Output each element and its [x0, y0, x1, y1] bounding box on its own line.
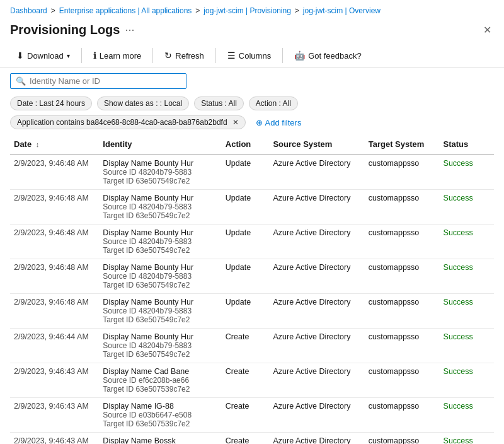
action-filter-chip[interactable]: Action : All [249, 96, 298, 110]
cell-date: 2/9/2023, 9:46:43 AM [10, 363, 99, 398]
table-row[interactable]: 2/9/2023, 9:46:43 AM Display Name IG-88 … [10, 398, 494, 433]
refresh-icon: ↻ [164, 50, 172, 61]
cell-date: 2/9/2023, 9:46:44 AM [10, 329, 99, 363]
cell-date: 2/9/2023, 9:46:43 AM [10, 398, 99, 433]
search-icon: 🔍 [16, 76, 26, 86]
sort-icon: ↕ [36, 141, 40, 148]
cell-date: 2/9/2023, 9:46:48 AM [10, 259, 99, 294]
cell-source-system: Azure Active Directory [269, 155, 364, 190]
cell-identity: Display Name Bounty Hur Source ID 48204b… [99, 329, 221, 363]
breadcrumb-enterprise-apps[interactable]: Enterprise applications | All applicatio… [59, 6, 192, 15]
table-wrap: Date ↕ Identity Action Source System Tar… [0, 134, 504, 444]
cell-status: Success [440, 398, 494, 433]
refresh-button[interactable]: ↻ Refresh [158, 47, 210, 64]
cell-target-system: customappsso [365, 433, 440, 445]
toolbar-separator-2 [152, 48, 153, 63]
table-row[interactable]: 2/9/2023, 9:46:48 AM Display Name Bounty… [10, 294, 494, 329]
cell-date: 2/9/2023, 9:46:48 AM [10, 190, 99, 225]
cell-identity: Display Name Bossk Source ID 7b83b7af-66… [99, 433, 221, 445]
search-input[interactable] [30, 76, 181, 86]
identity-source: Source ID 48204b79-5883 [103, 202, 217, 211]
cell-date: 2/9/2023, 9:46:48 AM [10, 155, 99, 190]
table-row[interactable]: 2/9/2023, 9:46:48 AM Display Name Bounty… [10, 155, 494, 190]
breadcrumb-dashboard[interactable]: Dashboard [10, 6, 47, 15]
show-dates-filter-chip[interactable]: Show dates as : : Local [97, 96, 189, 110]
table-header-row: Date ↕ Identity Action Source System Tar… [10, 134, 494, 155]
cell-target-system: customappsso [365, 294, 440, 329]
breadcrumb: Dashboard > Enterprise applications | Al… [0, 0, 504, 19]
learn-more-label: Learn more [100, 51, 141, 61]
identity-target: Target ID 63e507549c7e2 [103, 211, 217, 220]
breadcrumb-sep-3: > [295, 6, 299, 15]
cell-action: Create [222, 363, 270, 398]
app-filter-chip[interactable]: Application contains ba84ce68-8c88-4ca0-… [10, 115, 246, 129]
identity-display: Display Name Bounty Hur [103, 194, 217, 202]
cell-action: Update [222, 155, 270, 190]
table-row[interactable]: 2/9/2023, 9:46:48 AM Display Name Bounty… [10, 259, 494, 294]
feedback-button[interactable]: 🤖 Got feedback? [288, 47, 368, 64]
action-filter-label: Action : All [256, 99, 291, 108]
cell-identity: Display Name Bounty Hur Source ID 48204b… [99, 294, 221, 329]
identity-target: Target ID 63e507549c7e2 [103, 315, 217, 324]
cell-action: Create [222, 398, 270, 433]
filters-row-1: Date : Last 24 hours Show dates as : : L… [0, 94, 504, 115]
search-bar: 🔍 [0, 68, 504, 94]
show-dates-filter-label: Show dates as : : Local [104, 99, 182, 108]
table-row[interactable]: 2/9/2023, 9:46:48 AM Display Name Bounty… [10, 225, 494, 259]
learn-more-button[interactable]: ℹ Learn more [87, 47, 147, 64]
cell-date: 2/9/2023, 9:46:43 AM [10, 433, 99, 445]
columns-button[interactable]: ☰ Columns [221, 47, 277, 64]
cell-status: Success [440, 294, 494, 329]
add-filter-icon: ⊕ [256, 118, 263, 127]
identity-display: Display Name Bossk [103, 436, 217, 444]
breadcrumb-overview[interactable]: jog-jwt-scim | Overview [303, 6, 381, 15]
breadcrumb-sep-2: > [195, 6, 200, 15]
identity-display: Display Name Bounty Hur [103, 298, 217, 307]
close-button[interactable]: ✕ [481, 21, 494, 38]
identity-source: Source ID 48204b79-5883 [103, 168, 217, 177]
identity-target: Target ID 63e507549c7e2 [103, 177, 217, 185]
identity-target: Target ID 63e507539c7e2 [103, 419, 217, 428]
cell-action: Update [222, 259, 270, 294]
cell-target-system: customappsso [365, 155, 440, 190]
cell-target-system: customappsso [365, 329, 440, 363]
col-header-date[interactable]: Date ↕ [10, 134, 99, 155]
download-button[interactable]: ⬇ Download ▾ [10, 47, 76, 64]
app-filter-remove-button[interactable]: ✕ [232, 118, 239, 127]
download-icon: ⬇ [16, 50, 24, 61]
identity-source: Source ID 48204b79-5883 [103, 307, 217, 315]
identity-display: Display Name Bounty Hur [103, 263, 217, 272]
cell-target-system: customappsso [365, 363, 440, 398]
toolbar-separator-4 [282, 48, 283, 63]
cell-source-system: Azure Active Directory [269, 329, 364, 363]
add-filter-button[interactable]: ⊕ Add filters [251, 116, 307, 129]
col-header-status: Status [440, 134, 494, 155]
feedback-label: Got feedback? [308, 51, 362, 61]
table-row[interactable]: 2/9/2023, 9:46:43 AM Display Name Bossk … [10, 433, 494, 445]
more-options-button[interactable]: ··· [125, 23, 134, 37]
identity-display: Display Name IG-88 [103, 402, 217, 411]
cell-target-system: customappsso [365, 190, 440, 225]
table-row[interactable]: 2/9/2023, 9:46:44 AM Display Name Bounty… [10, 329, 494, 363]
breadcrumb-provisioning[interactable]: jog-jwt-scim | Provisioning [203, 6, 291, 15]
cell-source-system: Azure Active Directory [269, 398, 364, 433]
cell-target-system: customappsso [365, 259, 440, 294]
columns-label: Columns [239, 51, 271, 61]
filters-row-2: Application contains ba84ce68-8c88-4ca0-… [0, 115, 504, 134]
date-filter-chip[interactable]: Date : Last 24 hours [10, 96, 92, 110]
toolbar-separator-3 [215, 48, 216, 63]
cell-action: Update [222, 294, 270, 329]
add-filter-label: Add filters [265, 118, 302, 127]
identity-source: Source ID 48204b79-5883 [103, 237, 217, 246]
page-title: Provisioning Logs [10, 23, 120, 37]
table-row[interactable]: 2/9/2023, 9:46:48 AM Display Name Bounty… [10, 190, 494, 225]
identity-target: Target ID 63e507549c7e2 [103, 246, 217, 255]
panel-header: Provisioning Logs ··· ✕ [0, 19, 504, 44]
cell-status: Success [440, 155, 494, 190]
table-row[interactable]: 2/9/2023, 9:46:43 AM Display Name Cad Ba… [10, 363, 494, 398]
cell-action: Update [222, 190, 270, 225]
col-header-source: Source System [269, 134, 364, 155]
cell-identity: Display Name IG-88 Source ID e03b6647-e5… [99, 398, 221, 433]
col-header-date-label: Date [14, 139, 32, 149]
status-filter-chip[interactable]: Status : All [194, 96, 244, 110]
